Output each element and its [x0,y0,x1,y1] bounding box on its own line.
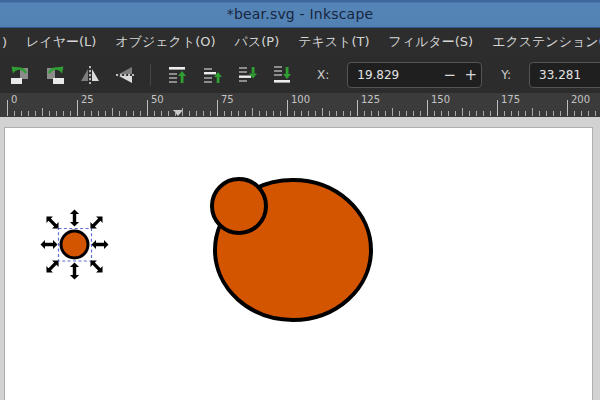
ruler-tick [483,111,484,116]
ruler-tick [63,111,64,116]
menu-item-layer[interactable]: レイヤー(L) [26,33,96,51]
ruler-tick [7,100,8,116]
lower-to-bottom-icon [271,64,293,86]
ruler-tick [315,111,316,116]
ruler-tick [546,111,547,116]
ruler-tick-label: 150 [431,94,450,105]
ruler-tick [595,111,596,116]
ruler-tick [364,111,365,116]
ruler-tick [588,111,589,116]
rotate-ccw-button[interactable] [8,63,31,87]
ruler-tick [203,111,204,116]
ruler-tick [476,111,477,116]
ruler-tick [259,111,260,116]
ruler-tick [392,108,393,116]
y-coordinate-spinner: 33.281 − + [529,62,600,88]
selection-toolbar: X: 19.829 − + Y: 33.281 − + [0,56,600,93]
raise-to-top-icon [166,64,188,86]
scale-handle-bottom-right-icon[interactable] [87,257,106,276]
lower-button[interactable] [235,63,258,87]
raise-button[interactable] [200,63,223,87]
ruler-tick [399,111,400,116]
ruler-tick [252,108,253,116]
ruler-tick [133,111,134,116]
lower-icon [236,64,258,86]
ruler-tick [147,100,148,116]
scale-handle-top-right-icon[interactable] [87,213,106,232]
ruler-tick [525,111,526,116]
ruler-tick [238,111,239,116]
ruler-tick [574,111,575,116]
ruler-tick [469,111,470,116]
ruler-tick [504,111,505,116]
x-coordinate-value[interactable]: 19.829 [348,68,439,82]
ruler-tick-label: 75 [221,94,234,105]
x-decrement-button[interactable]: − [439,63,460,87]
menu-item-path[interactable]: パス(P) [235,33,280,51]
ruler-tick-label: 0 [11,94,17,105]
scale-handle-bottom-icon[interactable] [70,263,79,280]
menu-item-filters[interactable]: フィルター(S) [389,33,474,51]
ruler-tick [210,111,211,116]
toolbar-separator [150,64,151,86]
ruler-tick-label: 125 [361,94,380,105]
bear-ear-circle[interactable] [212,179,266,233]
titlebar[interactable]: *bear.svg - Inkscape [0,0,600,28]
ruler-tick [28,111,29,116]
ruler-tick [497,100,498,116]
ruler-tick [273,111,274,116]
ruler-tick [98,111,99,116]
menu-item-text[interactable]: テキスト(T) [298,33,369,51]
ruler-tick [553,111,554,116]
ruler-tick-label: 50 [151,94,164,105]
menu-item-object[interactable]: オブジェクト(O) [115,33,215,51]
x-increment-button[interactable]: + [460,63,481,87]
ruler-tick [140,111,141,116]
ruler-tick [84,111,85,116]
scale-handle-right-icon[interactable] [92,240,109,249]
drawing-layer [0,117,600,400]
ruler-tick [308,111,309,116]
menu-item-cutoff[interactable]: ) [2,35,7,50]
y-coordinate-value[interactable]: 33.281 [530,68,600,82]
horizontal-ruler[interactable]: 0255075100125150175200 [0,93,600,117]
ruler-tick [168,111,169,116]
flip-vertical-icon [114,64,136,86]
selected-circle[interactable] [61,231,88,258]
ruler-tick [294,111,295,116]
ruler-tick [427,100,428,116]
flip-horizontal-icon [79,64,101,86]
x-field-label: X: [317,68,329,82]
ruler-tick [336,111,337,116]
ruler-tick [343,111,344,116]
ruler-tick [413,111,414,116]
ruler-tick [161,111,162,116]
menu-item-extensions[interactable]: エクステンション(N) [492,33,600,51]
scale-handle-left-icon[interactable] [41,240,58,249]
ruler-tick [371,111,372,116]
ruler-tick-label: 200 [571,94,590,105]
flip-horizontal-button[interactable] [78,63,101,87]
ruler-tick [70,111,71,116]
scale-handle-top-icon[interactable] [70,210,79,227]
ruler-tick-label: 100 [291,94,310,105]
ruler-tick [56,111,57,116]
menubar: ) レイヤー(L) オブジェクト(O) パス(P) テキスト(T) フィルター(… [0,28,600,56]
ruler-tick-label: 25 [81,94,94,105]
ruler-tick [511,111,512,116]
canvas-area[interactable] [0,117,600,400]
ruler-tick [196,111,197,116]
ruler-tick [420,111,421,116]
flip-vertical-button[interactable] [113,63,136,87]
ruler-tick [455,111,456,116]
ruler-tick [49,111,50,116]
rotate-cw-button[interactable] [43,63,66,87]
lower-to-bottom-button[interactable] [270,63,293,87]
ruler-tick [105,111,106,116]
ruler-tick [441,111,442,116]
ruler-tick [350,111,351,116]
x-coordinate-spinner: 19.829 − + [347,62,482,88]
raise-to-top-button[interactable] [165,63,188,87]
ruler-tick [287,100,288,116]
ruler-tick [378,111,379,116]
